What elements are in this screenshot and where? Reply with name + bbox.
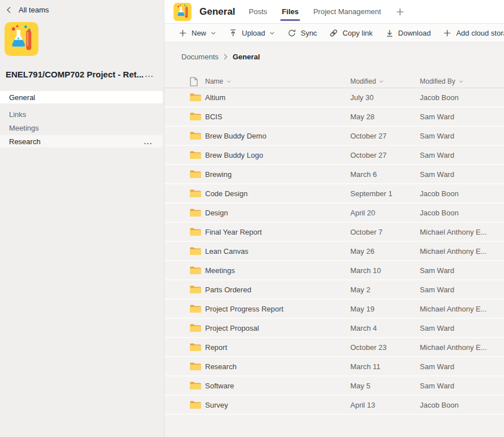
table-row[interactable]: Report October 23 Michael Anthony E... xyxy=(164,338,504,357)
channel-header: General Posts Files Project Management xyxy=(164,0,504,24)
table-row[interactable]: Lean Canvas May 26 Michael Anthony E... xyxy=(164,242,504,261)
table-row[interactable]: Software May 5 Sam Ward xyxy=(164,377,504,396)
file-modified-date: May 28 xyxy=(350,113,420,121)
file-name[interactable]: Brew Buddy Demo xyxy=(205,132,350,140)
file-name[interactable]: BCIS xyxy=(205,113,350,121)
table-row[interactable]: Design April 20 Jacob Boon xyxy=(164,204,504,223)
sidebar-item-links[interactable]: Links xyxy=(0,108,164,120)
toolbar-button-upload[interactable]: Upload xyxy=(223,24,281,42)
file-modified-date: March 6 xyxy=(350,170,420,179)
file-name[interactable]: Brewing xyxy=(205,170,350,179)
file-name[interactable]: Design xyxy=(205,209,350,217)
tab-posts[interactable]: Posts xyxy=(249,0,267,23)
tab-label: Files xyxy=(282,7,299,16)
sidebar-item-research[interactable]: Research ... xyxy=(0,135,163,148)
toolbar-button-copy-link[interactable]: Copy link xyxy=(323,24,379,42)
file-name[interactable]: Lean Canvas xyxy=(205,247,350,256)
sort-header-modified[interactable]: Modified xyxy=(350,77,420,85)
folder-icon xyxy=(190,362,205,371)
table-row[interactable]: Brew Buddy Logo October 27 Sam Ward xyxy=(164,146,504,165)
table-row[interactable]: Brewing March 6 Sam Ward xyxy=(164,165,504,184)
file-name[interactable]: Research xyxy=(205,362,350,371)
file-list: Altium July 30 Jacob Boon BCIS May 28 Sa… xyxy=(164,88,504,415)
table-row[interactable]: Parts Ordered May 2 Sam Ward xyxy=(164,280,504,300)
chevron-down-icon xyxy=(269,30,275,36)
folder-icon xyxy=(190,150,205,159)
file-name[interactable]: Report xyxy=(205,343,350,352)
table-row[interactable]: BCIS May 28 Sam Ward xyxy=(164,107,504,127)
file-modified-by: Sam Ward xyxy=(420,170,504,179)
file-modified-by: Jacob Boon xyxy=(420,209,504,217)
sidebar-item-general[interactable]: General xyxy=(0,91,163,103)
folder-icon xyxy=(190,266,205,275)
folder-icon xyxy=(190,400,205,409)
file-modified-by: Sam Ward xyxy=(420,132,504,140)
channel-label: Meetings xyxy=(9,124,39,132)
sort-header-modified-by[interactable]: Modified By xyxy=(420,77,504,85)
breadcrumb-documents[interactable]: Documents xyxy=(181,53,219,61)
tab-label: Posts xyxy=(249,7,267,16)
document-library: Documents General Name Modified Modified… xyxy=(164,43,504,437)
sidebar-item-meetings[interactable]: Meetings xyxy=(0,122,164,134)
tab-label: Project Management xyxy=(313,7,381,16)
file-name[interactable]: Project Progress Report xyxy=(205,305,350,313)
toolbar-button-new[interactable]: New xyxy=(172,24,223,42)
channel-label: General xyxy=(9,93,35,102)
file-modified-by: Sam Ward xyxy=(420,382,504,390)
table-row[interactable]: Final Year Report October 7 Michael Anth… xyxy=(164,223,504,242)
table-row[interactable]: Altium July 30 Jacob Boon xyxy=(164,88,504,107)
add-tab-plus-icon[interactable] xyxy=(396,7,405,16)
file-name[interactable]: Parts Ordered xyxy=(205,285,350,294)
folder-icon xyxy=(190,381,205,390)
file-modified-date: May 19 xyxy=(350,305,420,313)
folder-icon xyxy=(190,131,205,140)
toolbar-button-add-cloud-storage[interactable]: Add cloud storage xyxy=(437,24,504,42)
table-row[interactable]: Project Progress Report May 19 Michael A… xyxy=(164,300,504,319)
file-name[interactable]: Altium xyxy=(205,93,350,102)
team-avatar[interactable] xyxy=(5,22,38,56)
tab-files[interactable]: Files xyxy=(282,0,299,23)
toolbar-button-label: Add cloud storage xyxy=(456,29,504,37)
sort-header-name[interactable]: Name xyxy=(205,77,350,85)
file-name[interactable]: Project Proposal xyxy=(205,324,350,332)
team-name: ENEL791/COMP702 Project - Ret... xyxy=(6,70,144,79)
file-modified-date: July 30 xyxy=(350,93,420,102)
chevron-right-icon xyxy=(224,54,228,60)
plus-icon xyxy=(443,29,451,37)
page-title: General xyxy=(199,6,235,18)
table-row[interactable]: Survey April 13 Jacob Boon xyxy=(164,396,504,415)
file-name[interactable]: Code Design xyxy=(205,189,350,198)
table-row[interactable]: Meetings March 10 Sam Ward xyxy=(164,261,504,280)
file-name[interactable]: Final Year Report xyxy=(205,228,350,236)
toolbar-button-label: Sync xyxy=(301,29,317,37)
folder-icon xyxy=(190,343,205,352)
team-options-ellipsis-icon[interactable]: ... xyxy=(144,70,155,79)
table-row[interactable]: Research March 11 Sam Ward xyxy=(164,357,504,377)
table-row[interactable]: Project Proposal March 4 Sam Ward xyxy=(164,319,504,338)
table-row[interactable]: Brew Buddy Demo October 27 Sam Ward xyxy=(164,127,504,146)
files-toolbar: New Upload Sync Copy link xyxy=(164,24,504,42)
file-name[interactable]: Survey xyxy=(205,401,350,409)
channel-options-ellipsis-icon[interactable]: ... xyxy=(143,137,154,146)
all-teams-back-button[interactable]: All teams xyxy=(0,0,164,14)
file-name[interactable]: Brew Buddy Logo xyxy=(205,151,350,159)
file-modified-by: Michael Anthony E... xyxy=(420,247,504,256)
download-icon xyxy=(385,29,394,37)
file-table-header: Name Modified Modified By xyxy=(164,75,504,88)
file-name[interactable]: Software xyxy=(205,382,350,390)
file-modified-by: Jacob Boon xyxy=(420,189,504,198)
toolbar-button-download[interactable]: Download xyxy=(379,24,437,42)
file-modified-date: October 7 xyxy=(350,228,420,236)
file-modified-date: March 10 xyxy=(350,266,420,275)
folder-icon xyxy=(190,93,205,102)
tab-bar: Posts Files Project Management xyxy=(249,0,381,23)
channel-avatar xyxy=(173,3,192,21)
file-modified-date: April 20 xyxy=(350,209,420,217)
toolbar-button-sync[interactable]: Sync xyxy=(281,24,323,42)
file-modified-by: Jacob Boon xyxy=(420,401,504,409)
file-name[interactable]: Meetings xyxy=(205,266,350,275)
file-modified-date: May 26 xyxy=(350,247,420,256)
tab-project-management[interactable]: Project Management xyxy=(313,0,381,23)
table-row[interactable]: Code Design September 1 Jacob Boon xyxy=(164,184,504,204)
file-modified-by: Michael Anthony E... xyxy=(420,343,504,352)
